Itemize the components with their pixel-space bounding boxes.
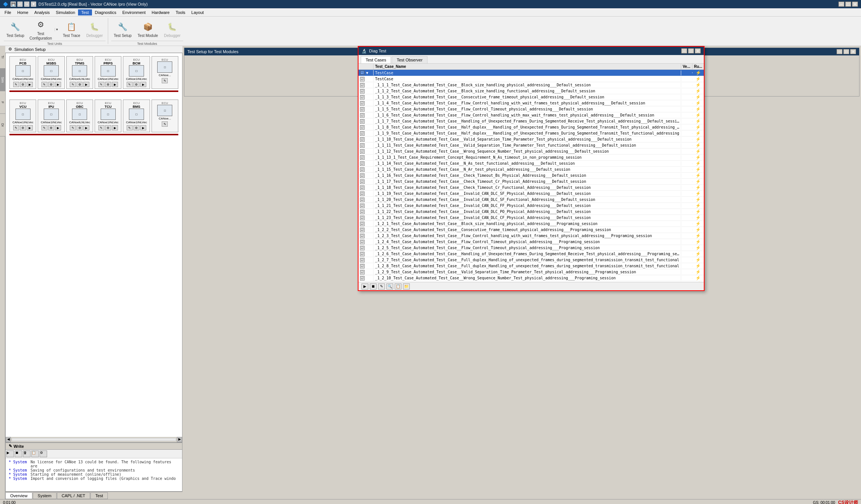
checkbox-item[interactable]: ☑ — [360, 83, 365, 87]
check-cell[interactable]: ☑ — [358, 197, 374, 202]
ecu-tcu-btn1[interactable]: ✎ — [98, 125, 104, 130]
table-row[interactable]: ☑ _1_1_8_Test_Case_Automated_Test_Case__… — [358, 124, 704, 130]
check-cell[interactable]: ☑ — [358, 155, 374, 160]
ecu-msbs-btn2[interactable]: ⚙ — [48, 82, 54, 87]
sidebar-tab-f[interactable]: F — [0, 91, 5, 114]
checkbox-item[interactable]: ☑ — [360, 89, 365, 93]
test-setup-maximize[interactable]: □ — [843, 49, 849, 54]
table-row[interactable]: ☑ _1_1_4_Test_Case_Automated_Test_Case__… — [358, 100, 704, 106]
ecu-obc-btn1[interactable]: ✎ — [70, 125, 76, 130]
test-configuration-main[interactable]: ⚙ TestConfiguration — [28, 17, 53, 42]
tab-test-cases[interactable]: Test Cases — [361, 56, 391, 63]
scroll-left-btn[interactable]: ◀ — [6, 437, 11, 442]
table-row[interactable]: ☑ _1_1_6_Test_Case_Automated_Test_Case__… — [358, 112, 704, 118]
horizontal-scrollbar[interactable]: ◀ ▶ — [6, 437, 182, 442]
check-cell[interactable]: ☑ — [358, 227, 374, 233]
scroll-track[interactable] — [12, 438, 176, 441]
ecu-vcu-btn2[interactable]: ⚙ — [20, 125, 26, 130]
table-row[interactable]: ☑ _1_1_11_Test_Case_Automated_Test_Case_… — [358, 142, 704, 149]
table-row[interactable]: ☑ _1_2_4_Test_Case_Automated_Test_Case__… — [358, 239, 704, 245]
check-cell[interactable]: ☑ — [358, 173, 374, 178]
check-cell[interactable]: ☑ — [358, 113, 374, 118]
ecu-ipu-btn1[interactable]: ✎ — [41, 125, 47, 130]
table-row[interactable]: ☑ _1_2_9_Test_Case_Automated_Test_Case__… — [358, 269, 704, 275]
menu-environment[interactable]: Environment — [119, 9, 149, 15]
checkbox-item[interactable]: ☑ — [360, 131, 365, 136]
check-cell[interactable]: ☑ — [358, 161, 374, 166]
test-configuration-button[interactable]: ⚙ TestConfiguration ▼ — [28, 19, 59, 40]
ecu-vcu-btn3[interactable]: ▶ — [27, 125, 33, 130]
check-cell[interactable]: ☑ — [358, 209, 374, 214]
checkbox-item[interactable]: ☑ — [360, 179, 365, 184]
status-folder-btn[interactable]: 📁 — [403, 283, 410, 290]
checkbox-item[interactable]: ☑ — [360, 77, 365, 81]
status-copy-btn[interactable]: 📋 — [395, 283, 401, 290]
table-row[interactable]: ☑ _1_1_5_Test_Case_Automated_Test_Case__… — [358, 106, 704, 112]
table-row[interactable]: ☑ _1_2_5_Test_Case_Automated_Test_Case__… — [358, 245, 704, 251]
ecu-pcb-btn2[interactable]: ⚙ — [20, 82, 26, 87]
save-icon[interactable]: 💾 — [11, 2, 16, 7]
status-edit-btn[interactable]: ✎ — [378, 283, 385, 290]
ecu-tcu-btn2[interactable]: ⚙ — [105, 125, 111, 130]
check-cell[interactable]: ☑ — [358, 119, 374, 124]
expand-testcase[interactable]: ▼ — [365, 71, 369, 75]
ecu-bcm-btn1[interactable]: ✎ — [127, 82, 133, 87]
check-cell[interactable]: ☑ — [358, 203, 374, 208]
tab-test[interactable]: Test — [90, 492, 108, 499]
checkbox-item[interactable]: ☑ — [360, 125, 365, 130]
menu-layout[interactable]: Layout — [188, 9, 207, 15]
table-row[interactable]: ☑ _1_2_8_Test_Case_Automated_Test_Case__… — [358, 263, 704, 269]
check-cell[interactable]: ☑ — [358, 89, 374, 94]
test-setup-minimize[interactable]: ─ — [836, 49, 843, 54]
table-row[interactable]: ☑ TestCase ⚡ — [358, 76, 704, 82]
table-row[interactable]: ☑ _1_2_2_Test_Case_Automated_Test_Case__… — [358, 227, 704, 233]
ecu-msbs-btn3[interactable]: ▶ — [55, 82, 61, 87]
checkbox-item[interactable]: ☑ — [360, 252, 365, 256]
checkbox-item[interactable]: ☑ — [360, 113, 365, 118]
check-cell[interactable]: ☑ — [358, 191, 374, 196]
checkbox-item[interactable]: ☑ — [360, 167, 365, 172]
checkbox-item[interactable]: ☑ — [360, 95, 365, 100]
checkbox-item[interactable]: ☑ — [360, 240, 365, 244]
write-btn1[interactable]: ▶ — [6, 450, 14, 457]
debugger2-button[interactable]: 🐛 Debugger — [161, 19, 183, 40]
table-row[interactable]: ☑ _1_1_7_Test_Case_Automated_Test_Case__… — [358, 118, 704, 124]
checkbox-item[interactable]: ☑ — [360, 222, 365, 226]
tab-test-observer[interactable]: Test Observer — [392, 56, 427, 63]
check-cell[interactable]: ☑ — [358, 167, 374, 172]
check-testcase[interactable]: ☑ ▼ — [358, 70, 374, 75]
checkbox-item[interactable]: ☑ — [360, 258, 365, 262]
checkbox-item[interactable]: ☑ — [360, 137, 365, 142]
table-row[interactable]: ☑ _1_1_19_Test_Case_Automated_Test_Case_… — [358, 191, 704, 197]
dialog-close[interactable]: ✕ — [695, 48, 701, 54]
ecu-ipu-btn2[interactable]: ⚙ — [48, 125, 54, 130]
check-cell[interactable]: ☑ — [358, 233, 374, 239]
check-cell[interactable]: ☑ — [358, 257, 374, 263]
options-icon[interactable]: ▼ — [31, 2, 36, 7]
ecu-prps-btn2[interactable]: ⚙ — [105, 82, 111, 87]
test-trace-button[interactable]: 📋 Test Trace — [60, 19, 83, 40]
table-row[interactable]: ☑ _1_1_15_Test_Case_Automated_Test_Case_… — [358, 167, 704, 173]
ecu-bms-btn1[interactable]: ✎ — [127, 125, 133, 130]
redo-icon[interactable]: ↪ — [24, 2, 29, 7]
sidebar-tab-dr[interactable]: Dr — [0, 114, 5, 136]
cb-testcase[interactable]: ☑ — [360, 70, 365, 75]
checkbox-item[interactable]: ☑ — [360, 264, 365, 268]
checkbox-item[interactable]: ☑ — [360, 270, 365, 274]
ecu-prps-btn1[interactable]: ✎ — [98, 82, 104, 87]
ecu-pcb-btn1[interactable]: ✎ — [13, 82, 19, 87]
menu-home[interactable]: Home — [14, 9, 31, 15]
ecu-bcm-btn3[interactable]: ▶ — [140, 82, 146, 87]
table-row[interactable]: ☑ _1_1_9_Test_Case_Automated_Test_Case__… — [358, 130, 704, 136]
menu-hardware[interactable]: Hardware — [149, 9, 173, 15]
ecu-bcm-btn2[interactable]: ⚙ — [133, 82, 139, 87]
check-cell[interactable]: ☑ — [358, 179, 374, 184]
checkbox-item[interactable]: ☑ — [360, 173, 365, 178]
table-row[interactable]: ☑ _1_1_2_Test_Case_Automated_Test_Case__… — [358, 88, 704, 94]
table-row[interactable]: ☑ _1_1_14_Test_Case_Automated_Test_Case_… — [358, 161, 704, 167]
test-configuration-arrow[interactable]: ▼ — [55, 28, 59, 31]
checkbox-item[interactable]: ☑ — [360, 210, 365, 214]
dialog-minimize[interactable]: ─ — [681, 48, 687, 54]
debugger-button[interactable]: 🐛 Debugger — [84, 19, 106, 40]
table-row[interactable]: ☑ _1_1_12_Test_Case_Automated_Test_Case_… — [358, 149, 704, 155]
